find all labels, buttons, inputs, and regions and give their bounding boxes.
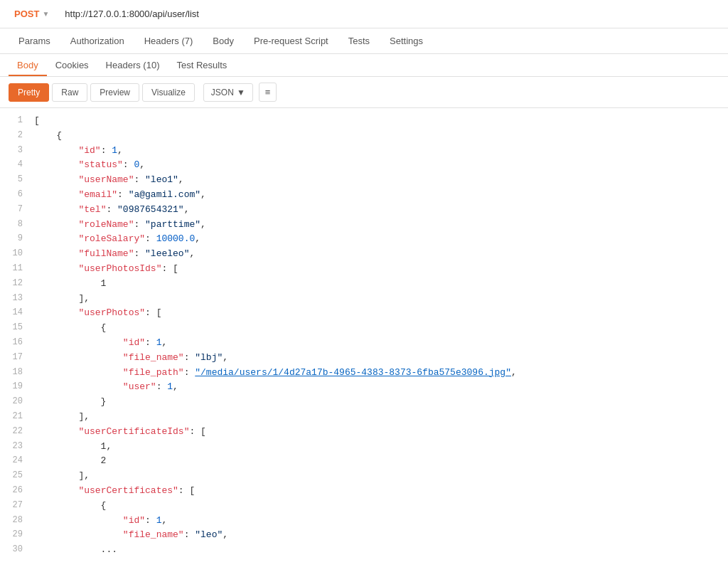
wrap-button[interactable]: ≡ [259,83,277,102]
json-key: "file_path" [123,367,184,378]
json-line: 21 ], [0,410,728,425]
line-number: 4 [6,158,34,171]
response-tab-testresults[interactable]: Test Results [168,54,235,76]
line-text: "userCertificates": [ [34,484,722,499]
line-number: 29 [6,528,34,541]
json-value: "parttime" [145,219,200,230]
line-number: 13 [6,292,34,305]
tab-prerequest[interactable]: Pre-request Script [244,28,338,53]
json-line: 11 "userPhotosIds": [ [0,262,728,277]
json-value: 0 [134,159,139,170]
format-select[interactable]: JSON ▼ [203,83,253,102]
json-line: 27 { [0,499,728,514]
json-key: "userCertificateIds" [78,426,189,437]
json-value: [ [189,485,195,496]
json-link[interactable]: "/media/users/1/4d27a17b-4965-4383-8373-… [195,367,511,378]
tab-settings[interactable]: Settings [380,28,433,53]
tab-authorization[interactable]: Authorization [60,28,134,53]
tab-body[interactable]: Body [203,28,244,53]
json-line: 4 "status": 0, [0,158,728,173]
line-number: 22 [6,425,34,438]
view-visualize-button[interactable]: Visualize [142,83,195,102]
line-text: { [34,499,722,514]
json-value: [ [200,426,206,437]
line-number: 11 [6,262,34,275]
line-text: 1 [34,277,722,292]
line-number: 23 [6,440,34,453]
json-key: "roleSalary" [78,233,145,244]
line-number: 6 [6,188,34,201]
json-key: "userCertificates" [78,485,178,496]
line-number: 28 [6,514,34,527]
line-text: "userPhotosIds": [ [34,262,722,277]
json-line: 24 2 [0,454,728,469]
view-preview-button[interactable]: Preview [90,83,139,102]
method-dropdown-arrow: ▼ [42,10,49,18]
json-line: 5 "userName": "leo1", [0,173,728,188]
json-line: 15 { [0,321,728,336]
json-key: "id" [78,145,100,156]
json-value: [ [173,263,178,274]
json-key: "email" [78,189,117,200]
tab-tests[interactable]: Tests [338,28,380,53]
line-text: { [34,129,722,144]
tab-headers[interactable]: Headers (7) [134,28,203,53]
json-line: 23 1, [0,440,728,455]
json-key: "tel" [78,204,106,215]
json-line: 3 "id": 1, [0,144,728,159]
json-line: 19 "user": 1, [0,380,728,395]
json-line: 14 "userPhotos": [ [0,306,728,321]
json-line: 17 "file_name": "lbj", [0,351,728,366]
line-number: 18 [6,366,34,379]
line-text: ... [34,543,722,558]
response-tab-cookies[interactable]: Cookies [47,54,97,76]
line-number: 1 [6,114,34,127]
view-raw-button[interactable]: Raw [52,83,87,102]
json-key: "id" [123,337,145,348]
json-line: 2 { [0,129,728,144]
line-number: 2 [6,129,34,142]
line-text: "status": 0, [34,158,722,173]
json-value: "lbj" [195,352,223,363]
json-line: 12 1 [0,277,728,292]
json-value: 10000.0 [156,233,196,244]
line-number: 7 [6,203,34,216]
line-text: "roleName": "parttime", [34,218,722,233]
line-number: 20 [6,395,34,408]
response-tab-body[interactable]: Body [9,54,47,76]
line-number: 9 [6,232,34,245]
json-value: [ [156,307,162,318]
json-line: 8 "roleName": "parttime", [0,218,728,233]
line-number: 16 [6,336,34,349]
json-key: "file_name" [123,352,184,363]
line-number: 12 [6,277,34,290]
method-select[interactable]: POST ▼ [9,6,55,22]
view-pretty-button[interactable]: Pretty [9,83,49,102]
json-line: 10 "fullName": "leeleo", [0,247,728,262]
json-value: "0987654321" [117,204,184,215]
line-text: "userName": "leo1", [34,173,722,188]
line-text: "fullName": "leeleo", [34,247,722,262]
json-line: 28 "id": 1, [0,514,728,529]
line-number: 19 [6,380,34,393]
line-number: 14 [6,306,34,319]
json-line: 20 } [0,395,728,410]
json-value: "leo" [195,529,223,540]
json-line: 30 ... [0,543,728,558]
json-value: 1 [156,515,162,526]
json-value: "leeleo" [145,248,189,259]
json-value: "a@gamil.com" [129,189,200,200]
line-text: { [34,321,722,336]
tab-params[interactable]: Params [9,28,60,53]
json-line: 6 "email": "a@gamil.com", [0,188,728,203]
json-key: "file_name" [123,529,184,540]
url-input[interactable] [60,6,719,22]
line-number: 15 [6,321,34,334]
line-text: "id": 1, [34,144,722,159]
line-text: ], [34,292,722,307]
line-number: 8 [6,218,34,231]
method-label: POST [14,9,39,19]
json-line: 22 "userCertificateIds": [ [0,425,728,440]
line-number: 24 [6,454,34,467]
response-tab-headers[interactable]: Headers (10) [97,54,168,76]
